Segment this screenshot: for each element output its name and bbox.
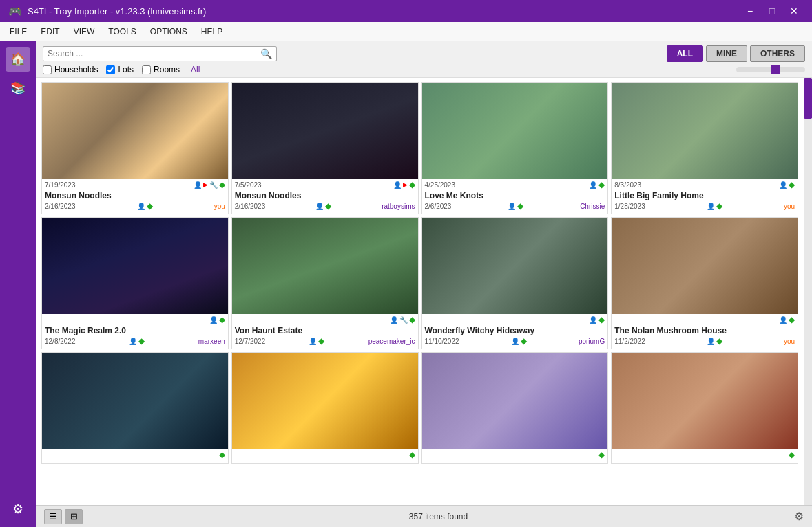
- minimize-button[interactable]: −: [740, 1, 760, 21]
- item-date: 4/25/2023: [425, 181, 456, 189]
- item-icons: ◆: [598, 450, 605, 459]
- sidebar-settings-icon[interactable]: ⚙: [6, 497, 30, 521]
- maximize-button[interactable]: □: [762, 1, 782, 21]
- item-icons: 👤 🔧 ◆: [390, 315, 415, 324]
- item-title: Monsun Noodles: [232, 189, 418, 200]
- person-icon: 👤: [129, 338, 137, 345]
- list-item[interactable]: ◆: [611, 352, 798, 464]
- item-date: 8/3/2023: [614, 181, 641, 189]
- menu-options[interactable]: OPTIONS: [143, 24, 194, 39]
- item-footer-date: 12/7/2022: [235, 338, 266, 345]
- list-item[interactable]: 4/25/2023 👤 ◆ Love Me Knots 2/6/2023 👤 ◆…: [421, 82, 609, 214]
- rooms-checkbox[interactable]: [142, 65, 151, 74]
- lots-checkbox[interactable]: [106, 65, 115, 74]
- installed-icon: ◆: [598, 450, 605, 459]
- list-item[interactable]: 👤 ◆ The Nolan Mushroom House 11/2/2022 👤…: [611, 217, 798, 349]
- item-footer-date: 2/6/2023: [425, 203, 452, 210]
- menu-bar: FILE EDIT VIEW TOOLS OPTIONS HELP: [0, 22, 812, 41]
- item-footer: 11/2/2022 👤 ◆ you: [612, 335, 798, 349]
- item-footer: 11/10/2022 👤 ◆ poriumG: [422, 335, 608, 349]
- menu-tools[interactable]: TOOLS: [101, 24, 143, 39]
- item-footer-date: 1/28/2023: [614, 203, 645, 210]
- item-author: peacemaker_ic: [368, 338, 415, 345]
- installed-icon: ◆: [219, 315, 225, 324]
- item-title: Little Big Family Home: [612, 189, 798, 200]
- menu-view[interactable]: VIEW: [67, 24, 102, 39]
- households-checkbox-label[interactable]: Households: [43, 65, 98, 74]
- item-header: 7/19/2023 👤 ▶ 🔧 ◆: [42, 179, 228, 189]
- item-author: ratboysims: [382, 203, 415, 210]
- list-item[interactable]: ◆: [231, 352, 419, 464]
- person-icon: 👤: [137, 203, 145, 210]
- list-item[interactable]: 👤 🔧 ◆ Von Haunt Estate 12/7/2022 👤 ◆ pea…: [231, 217, 419, 349]
- list-view-button[interactable]: ☰: [44, 509, 62, 524]
- main-content: 🔍 ALL MINE OTHERS Households Lots: [36, 41, 812, 527]
- item-bottom-icons: 👤 ◆: [707, 201, 722, 211]
- list-item[interactable]: 8/3/2023 👤 ◆ Little Big Family Home 1/28…: [611, 82, 798, 214]
- item-bottom-icons: 👤 ◆: [137, 201, 153, 211]
- item-icons: 👤 ◆: [589, 180, 605, 189]
- person-icon: 👤: [508, 203, 516, 210]
- item-author: you: [784, 338, 795, 345]
- lots-checkbox-label[interactable]: Lots: [106, 65, 134, 74]
- window-controls: − □ ✕: [740, 1, 804, 21]
- filter-others-button[interactable]: OTHERS: [750, 45, 805, 62]
- menu-help[interactable]: HELP: [194, 24, 229, 39]
- lots-label: Lots: [118, 65, 134, 74]
- all-link[interactable]: All: [191, 65, 200, 74]
- sim-icon: 👤: [393, 181, 402, 189]
- item-count: 357 items found: [409, 512, 468, 521]
- item-thumbnail: [232, 83, 418, 179]
- item-footer: [42, 459, 228, 463]
- item-author: you: [784, 203, 795, 210]
- item-thumbnail: [42, 218, 228, 314]
- item-bottom-icons: 👤 ◆: [707, 336, 722, 346]
- item-author: marxeen: [198, 338, 225, 345]
- item-header: 👤 🔧 ◆: [232, 314, 418, 324]
- wrench-icon: 🔧: [399, 316, 408, 324]
- item-title: The Nolan Mushroom House: [612, 324, 798, 335]
- status-gear-icon[interactable]: ⚙: [794, 510, 804, 523]
- item-icons: 👤 ◆: [209, 315, 225, 324]
- menu-file[interactable]: FILE: [3, 24, 34, 39]
- item-icons: 👤 ▶ ◆: [393, 180, 415, 189]
- toolbar-top: 🔍 ALL MINE OTHERS: [43, 45, 805, 62]
- item-date: 7/19/2023: [45, 181, 76, 189]
- filter-mine-button[interactable]: MINE: [706, 45, 747, 62]
- title-bar: 🎮 S4TI - Tray Importer - v1.23.3 (lunive…: [0, 0, 812, 22]
- households-label: Households: [54, 65, 98, 74]
- list-item[interactable]: 👤 ◆ The Magic Realm 2.0 12/8/2022 👤 ◆ ma…: [41, 217, 229, 349]
- item-title: Monsun Noodles: [42, 189, 228, 200]
- list-item[interactable]: ◆: [421, 352, 609, 464]
- sidebar-home-icon[interactable]: 🏠: [6, 47, 30, 72]
- households-checkbox[interactable]: [43, 65, 52, 74]
- list-item[interactable]: 7/19/2023 👤 ▶ 🔧 ◆ Monsun Noodles 2/16/20…: [41, 82, 229, 214]
- app-body: 🏠 📚 ⚙ 🔍 ALL MINE OTHERS: [0, 41, 812, 527]
- list-item[interactable]: 7/5/2023 👤 ▶ ◆ Monsun Noodles 2/16/2023 …: [231, 82, 419, 214]
- item-icons: 👤 ◆: [779, 315, 795, 324]
- search-input[interactable]: [48, 49, 260, 59]
- item-footer-date: 2/16/2023: [45, 203, 76, 210]
- sidebar-library-icon[interactable]: 📚: [6, 76, 30, 101]
- scrollbar-track[interactable]: [804, 78, 812, 505]
- list-item[interactable]: 👤 ◆ Wonderfly Witchy Hideaway 11/10/2022…: [421, 217, 609, 349]
- grid-view-button[interactable]: ⊞: [65, 509, 83, 524]
- menu-edit[interactable]: EDIT: [34, 24, 66, 39]
- item-header: 4/25/2023 👤 ◆: [422, 179, 608, 189]
- search-box[interactable]: 🔍: [43, 46, 277, 61]
- list-item[interactable]: ◆: [41, 352, 229, 464]
- rooms-checkbox-label[interactable]: Rooms: [142, 65, 180, 74]
- wrench-icon: 🔧: [209, 181, 218, 189]
- filter-all-button[interactable]: ALL: [667, 45, 703, 62]
- item-author: you: [214, 203, 225, 210]
- sim-icon: 👤: [589, 316, 597, 324]
- scrollbar-thumb[interactable]: [804, 78, 812, 119]
- yt-icon: ▶: [403, 181, 408, 188]
- sim-icon: 👤: [589, 181, 597, 189]
- item-title: Wonderfly Witchy Hideaway: [422, 324, 608, 335]
- person-icon: 👤: [309, 338, 317, 345]
- close-button[interactable]: ✕: [784, 1, 804, 21]
- item-thumbnail: [232, 218, 418, 314]
- search-button[interactable]: 🔍: [260, 48, 272, 59]
- item-date: 7/5/2023: [235, 181, 262, 189]
